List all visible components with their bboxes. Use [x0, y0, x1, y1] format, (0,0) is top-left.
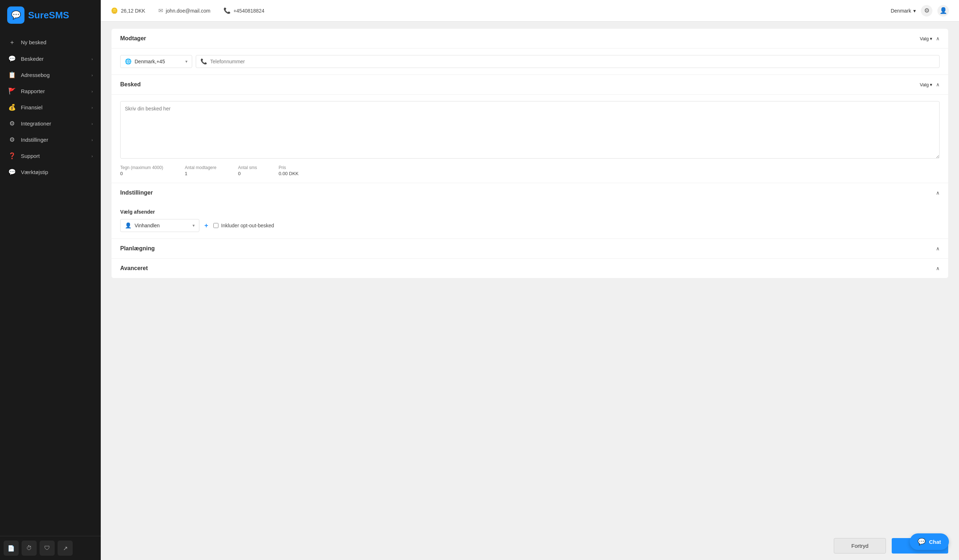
avanceret-header[interactable]: Avanceret ∧ — [112, 258, 948, 278]
sidebar-item-finansiel[interactable]: 💰 Finansiel › — [0, 99, 101, 115]
message-stats: Tegn (maximum 4000) 0 Antal modtagere 1 … — [120, 165, 940, 176]
chevron-down-icon: ▾ — [930, 82, 932, 88]
besked-collapse-btn[interactable]: ∧ — [936, 82, 940, 88]
pris-stat: Pris 0.00 DKK — [279, 165, 299, 176]
modtager-header: Modtager Valg ▾ ∧ — [112, 29, 948, 49]
sidebar-item-rapporter[interactable]: 🚩 Rapporter › — [0, 83, 101, 99]
logo-icon: 💬 — [7, 6, 24, 24]
message-textarea[interactable] — [120, 101, 940, 159]
support-icon: ❓ — [8, 152, 16, 160]
sidebar: 💬 SureSMS ＋ Ny besked 💬 Beskeder › 📋 Adr… — [0, 0, 101, 560]
tip-icon: 💬 — [8, 168, 16, 176]
sidebar-item-support[interactable]: ❓ Support › — [0, 148, 101, 164]
indstillinger-collapse-btn[interactable]: ∧ — [936, 190, 940, 196]
besked-header: Besked Valg ▾ ∧ — [112, 75, 948, 95]
avanceret-toggle-icon: ∧ — [936, 266, 940, 271]
chat-bubble-icon: 💬 — [918, 538, 926, 546]
bottom-shield-btn[interactable]: 🛡 — [40, 541, 55, 556]
planlaegning-toggle-icon: ∧ — [936, 246, 940, 251]
sidebar-item-indstillinger[interactable]: ⚙ Indstillinger › — [0, 132, 101, 148]
opt-out-label: Inkluder opt-out-besked — [221, 223, 274, 228]
recipient-row: 🌐 Denmark,+45 ▾ 📞 — [120, 55, 940, 68]
chevron-down-icon: ▾ — [930, 36, 932, 41]
pris-label: Pris — [279, 165, 299, 170]
phone-value: +4540818824 — [234, 8, 264, 14]
chevron-right-icon: › — [91, 73, 93, 77]
main-area: 🪙 26,12 DKK ✉ john.doe@mail.com 📞 +45408… — [101, 0, 959, 560]
sidebar-item-adressebog[interactable]: 📋 Adressebog › — [0, 67, 101, 83]
sidebar-item-vaerktojstip[interactable]: 💬 Værktøjstip — [0, 164, 101, 180]
opt-out-checkbox[interactable] — [213, 223, 218, 228]
modtager-actions: Valg ▾ ∧ — [920, 36, 940, 41]
logo-sure: Sure — [28, 10, 49, 21]
bottom-doc-btn[interactable]: 📄 — [3, 541, 19, 556]
antal-sms-stat: Antal sms 0 — [238, 165, 257, 176]
vaelg-afsender-label: Vælg afsender — [120, 209, 940, 215]
modtager-collapse-btn[interactable]: ∧ — [936, 36, 940, 41]
user-btn[interactable]: 👤 — [937, 5, 949, 16]
sidebar-item-label: Rapporter — [21, 88, 45, 94]
country-name: Denmark — [890, 8, 911, 14]
antal-modtagere-stat: Antal modtagere 1 — [185, 165, 216, 176]
country-selector[interactable]: Denmark ▾ — [890, 8, 916, 14]
sidebar-item-label: Integrationer — [21, 121, 51, 127]
settings-btn[interactable]: ⚙ — [921, 5, 932, 16]
modtager-body: 🌐 Denmark,+45 ▾ 📞 — [112, 49, 948, 75]
chat-bubble[interactable]: 💬 Chat — [910, 533, 949, 550]
chevron-down-icon: ▾ — [193, 223, 195, 228]
sidebar-item-label: Finansiel — [21, 104, 43, 110]
besked-valg-btn[interactable]: Valg ▾ — [920, 82, 932, 88]
sidebar-item-ny-besked[interactable]: ＋ Ny besked — [0, 34, 101, 51]
tegn-label: Tegn (maximum 4000) — [120, 165, 163, 170]
besked-body: Tegn (maximum 4000) 0 Antal modtagere 1 … — [112, 95, 948, 183]
phone-icon: 📞 — [201, 58, 207, 65]
country-option-value: Denmark,+45 — [135, 59, 165, 64]
sidebar-item-label: Ny besked — [21, 39, 46, 45]
balance-value: 26,12 DKK — [121, 8, 145, 14]
sender-row: 👤 Vinhandlen ▾ + Inkluder opt-out-besked — [120, 219, 940, 232]
logo-text: SureSMS — [28, 10, 69, 21]
bottom-share-btn[interactable]: ↗ — [57, 541, 73, 556]
cancel-button[interactable]: Fortryd — [834, 538, 886, 554]
tegn-value: 0 — [120, 171, 163, 176]
sidebar-item-beskeder[interactable]: 💬 Beskeder › — [0, 51, 101, 67]
sidebar-item-integrationer[interactable]: ⚙ Integrationer › — [0, 115, 101, 132]
email-icon: ✉ — [158, 7, 163, 14]
valg-label: Valg — [920, 82, 929, 88]
bottom-time-btn[interactable]: ⏱ — [22, 541, 37, 556]
indstillinger-actions: ∧ — [936, 190, 940, 196]
modtager-valg-btn[interactable]: Valg ▾ — [920, 36, 932, 41]
user-icon: 👤 — [125, 222, 132, 229]
chevron-down-icon: ▾ — [913, 8, 916, 14]
topbar: 🪙 26,12 DKK ✉ john.doe@mail.com 📞 +45408… — [101, 0, 959, 22]
sidebar-item-label: Værktøjstip — [21, 169, 48, 175]
settings-icon: ⚙ — [8, 136, 16, 143]
besked-title: Besked — [120, 81, 141, 88]
plus-icon: ＋ — [8, 38, 16, 46]
chat-label: Chat — [929, 539, 941, 545]
planlaegning-header[interactable]: Planlægning ∧ — [112, 239, 948, 258]
phone-icon: 📞 — [223, 7, 231, 14]
pris-value: 0.00 DKK — [279, 171, 299, 176]
indstillinger-body: Vælg afsender 👤 Vinhandlen ▾ + Inkluder … — [112, 202, 948, 239]
topbar-right: Denmark ▾ ⚙ 👤 — [890, 5, 949, 16]
chevron-right-icon: › — [91, 105, 93, 110]
sidebar-item-label: Adressebog — [21, 72, 49, 78]
logo: 💬 SureSMS — [0, 0, 101, 30]
sender-dropdown[interactable]: 👤 Vinhandlen ▾ — [120, 219, 199, 232]
phone-input-wrap: 📞 — [196, 55, 940, 68]
country-dropdown[interactable]: 🌐 Denmark,+45 ▾ — [120, 55, 192, 68]
phone-display: 📞 +4540818824 — [223, 7, 264, 14]
tegn-stat: Tegn (maximum 4000) 0 — [120, 165, 163, 176]
sidebar-nav: ＋ Ny besked 💬 Beskeder › 📋 Adressebog › … — [0, 30, 101, 536]
modtager-card: Modtager Valg ▾ ∧ 🌐 Denmark,+45 ▾ — [112, 29, 948, 278]
chevron-right-icon: › — [91, 154, 93, 158]
globe-icon: 🌐 — [125, 58, 132, 65]
antal-sms-label: Antal sms — [238, 165, 257, 170]
antal-sms-value: 0 — [238, 171, 257, 176]
avanceret-title: Avanceret — [120, 265, 148, 272]
add-sender-btn[interactable]: + — [204, 222, 208, 229]
antal-modtagere-label: Antal modtagere — [185, 165, 216, 170]
phone-input[interactable] — [210, 59, 935, 64]
chevron-right-icon: › — [91, 138, 93, 142]
